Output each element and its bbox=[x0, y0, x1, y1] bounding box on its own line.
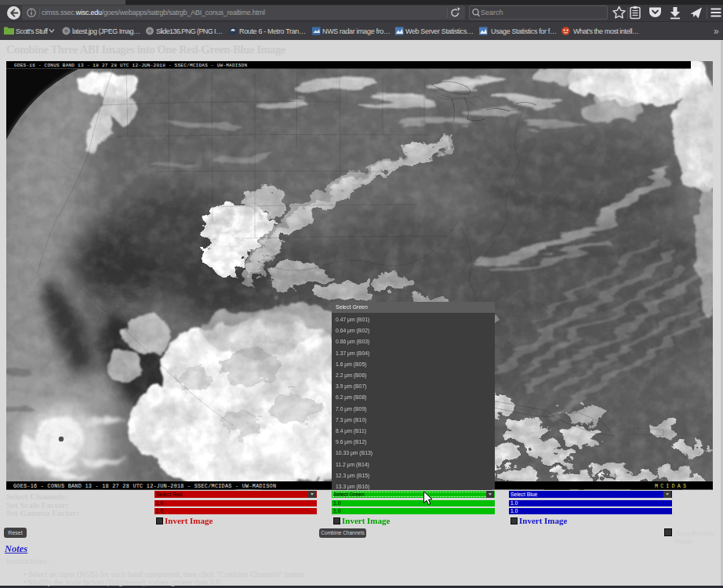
svg-text:Usage Statistics for f…: Usage Statistics for f… bbox=[491, 27, 557, 35]
svg-text:NWS radar image fro…: NWS radar image fro… bbox=[322, 27, 391, 35]
svg-text:GOES-16 - CONUS BAND 13 - 18 2: GOES-16 - CONUS BAND 13 - 18 27 28 UTC 1… bbox=[13, 483, 276, 489]
svg-text:latest.jpg (JPEG Imag…: latest.jpg (JPEG Imag… bbox=[72, 27, 140, 35]
svg-text:Route 6 - Metro Tran…: Route 6 - Metro Tran… bbox=[239, 27, 306, 35]
svg-text:What's the most intell…: What's the most intell… bbox=[573, 27, 639, 35]
svg-text:Web Server Statistics…: Web Server Statistics… bbox=[405, 27, 474, 35]
svg-text:Slide136.PNG (PNG I…: Slide136.PNG (PNG I… bbox=[156, 27, 223, 35]
svg-text:Scott's Stuff: Scott's Stuff bbox=[16, 27, 48, 35]
svg-text:»: » bbox=[714, 26, 719, 37]
svg-text:GOES-16 - CONUS BAND 13 - 18 2: GOES-16 - CONUS BAND 13 - 18 27 28 UTC 1… bbox=[14, 63, 247, 68]
